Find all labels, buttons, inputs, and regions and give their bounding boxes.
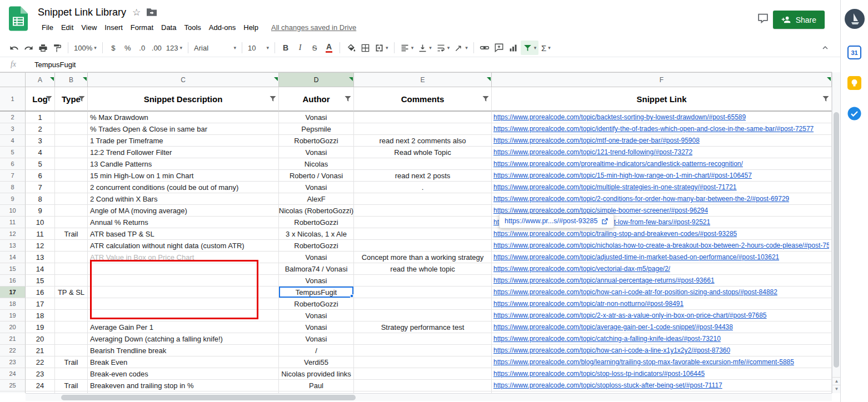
cell-b3[interactable] [55, 123, 88, 135]
cell-e3[interactable] [354, 123, 492, 135]
cell-a20[interactable]: 19 [26, 321, 55, 333]
cell-e2[interactable] [354, 112, 492, 123]
cell-e13[interactable] [354, 240, 492, 252]
row-header-6[interactable]: 6 [0, 158, 26, 170]
column-header-b[interactable]: B [55, 73, 88, 87]
cell-b14[interactable] [55, 252, 88, 263]
cell-b10[interactable] [55, 205, 88, 217]
snippet-link[interactable]: https://www.prorealcode.com/blog/learnin… [493, 358, 794, 366]
row-header-24[interactable]: 24 [0, 368, 26, 380]
paint-format-button[interactable] [50, 41, 64, 55]
cell-e10[interactable] [354, 205, 492, 217]
scroll-up-button[interactable]: ▲ [832, 377, 841, 385]
snippet-link[interactable]: https://www.prorealcode.com/topic/15-min… [493, 172, 752, 179]
cell-c2[interactable]: % Max Drawdown [88, 112, 279, 123]
cell-c10[interactable]: Angle of MA (moving average) [88, 205, 279, 217]
cell-f17[interactable]: https://www.prorealcode.com/topic/how-ca… [492, 287, 832, 298]
scroll-down-button[interactable]: ▼ [832, 385, 841, 393]
comment-history-button[interactable] [757, 12, 769, 26]
cell-e18[interactable] [354, 298, 492, 310]
filter-button[interactable] [78, 96, 85, 102]
cell-d4[interactable]: RobertoGozzi [279, 135, 354, 147]
document-title[interactable]: Snippet Link Library [38, 7, 126, 18]
redo-button[interactable] [21, 41, 36, 55]
cell-a3[interactable]: 2 [26, 123, 55, 135]
collapse-toolbar-button[interactable] [818, 41, 832, 55]
cell-f20[interactable]: https://www.prorealcode.com/topic/averag… [492, 321, 832, 333]
row-header-13[interactable]: 13 [0, 240, 26, 252]
row-header-7[interactable]: 7 [0, 170, 26, 182]
merge-cells-button[interactable]: ▾ [372, 41, 391, 55]
fill-handle[interactable] [350, 294, 353, 298]
select-all-corner[interactable] [0, 73, 26, 87]
vertical-scrollbar[interactable]: ▲ ▼ [832, 72, 840, 393]
cell-e14[interactable]: Concept more than a working strategy [354, 252, 492, 263]
row-header-8[interactable]: 8 [0, 182, 26, 193]
cell-f2[interactable]: https://www.prorealcode.com/topic/backte… [492, 112, 832, 123]
cell-b18[interactable] [55, 298, 88, 310]
cell-f16[interactable]: https://www.prorealcode.com/topic/annual… [492, 275, 832, 287]
column-title-comments[interactable]: Comments [354, 87, 492, 112]
cell-e22[interactable] [354, 345, 492, 356]
row-header-5[interactable]: 5 [0, 147, 26, 158]
cell-e8[interactable]: . [354, 182, 492, 193]
cell-a21[interactable]: 20 [26, 333, 55, 345]
row-header-17[interactable]: 17 [0, 287, 26, 298]
row-header-21[interactable]: 21 [0, 333, 26, 345]
horizontal-scrollbar-thumb[interactable] [61, 395, 356, 400]
snippet-link[interactable]: https://www.prorealcode.com/topic/multip… [493, 183, 737, 191]
star-icon[interactable]: ☆ [132, 8, 141, 17]
cell-d14[interactable]: Vonasi [279, 252, 354, 263]
filter-button[interactable] [270, 96, 276, 102]
row-header-1[interactable]: 1 [0, 87, 26, 112]
cell-c21[interactable]: Averaging Down (catching a falling knife… [88, 333, 279, 345]
cell-d17[interactable]: TempusFugit [279, 287, 354, 298]
menu-edit[interactable]: Edit [57, 22, 77, 33]
cell-c14[interactable]: ATR Value in Box on Price Chart [88, 252, 279, 263]
cell-b11[interactable] [55, 217, 88, 228]
cell-d2[interactable]: Vonasi [279, 112, 354, 123]
cell-f23[interactable]: https://www.prorealcode.com/blog/learnin… [492, 356, 832, 368]
row-header-9[interactable]: 9 [0, 193, 26, 205]
snippet-link[interactable]: https://www.prorealcode.com/topic/atr-no… [493, 300, 684, 308]
font-select[interactable]: Arial▾ [192, 41, 238, 55]
cell-e16[interactable] [354, 275, 492, 287]
cell-a24[interactable]: 23 [26, 368, 55, 380]
cell-a6[interactable]: 5 [26, 158, 55, 170]
saved-status[interactable]: All changes saved in Drive [271, 23, 356, 32]
cell-d11[interactable]: RobertoGozzi [279, 217, 354, 228]
cell-b12[interactable]: Trail [55, 228, 88, 240]
insert-chart-button[interactable] [506, 41, 521, 55]
sheets-logo[interactable] [9, 6, 28, 33]
cell-d10[interactable]: Nicolas (RobertoGozzi) [279, 205, 354, 217]
cell-e19[interactable] [354, 310, 492, 321]
snippet-link[interactable]: https://www.prorealcode.com/topic/simple… [493, 207, 708, 214]
cell-a16[interactable]: 15 [26, 275, 55, 287]
cell-d8[interactable]: Vonasi [279, 182, 354, 193]
italic-button[interactable]: I [293, 41, 307, 55]
cell-d18[interactable]: RobertoGozzi [279, 298, 354, 310]
snippet-link[interactable]: https://www.prorealcode.com/topic/vector… [493, 265, 670, 273]
cell-e6[interactable] [354, 158, 492, 170]
cell-d7[interactable]: Roberto / Vonasi [279, 170, 354, 182]
cell-c16[interactable] [88, 275, 279, 287]
filter-toolbar-button[interactable]: ▾ [521, 41, 539, 55]
snippet-link[interactable]: https://www.prorealcode.com/topic/2-cond… [493, 195, 789, 203]
column-header-f[interactable]: F [492, 73, 832, 87]
more-formats-button[interactable]: 123▾ [164, 41, 184, 55]
cell-b6[interactable] [55, 158, 88, 170]
cell-f9[interactable]: https://www.prorealcode.com/topic/2-cond… [492, 193, 832, 205]
cell-e12[interactable] [354, 228, 492, 240]
cell-a4[interactable]: 3 [26, 135, 55, 147]
row-header-25[interactable]: 25 [0, 380, 26, 391]
menu-data[interactable]: Data [157, 22, 180, 33]
row-header-4[interactable]: 4 [0, 135, 26, 147]
cell-d25[interactable]: Paul [279, 380, 354, 391]
row-header-3[interactable]: 3 [0, 123, 26, 135]
snippet-link[interactable]: https://www.prorealcode.com/topic/mtf-on… [493, 137, 700, 144]
snippet-link[interactable]: https://www.prorealcode.com/topic/nichol… [493, 242, 829, 249]
cell-a11[interactable]: 10 [26, 217, 55, 228]
cell-d22[interactable]: / [279, 345, 354, 356]
cell-e21[interactable] [354, 333, 492, 345]
insert-link-button[interactable] [477, 41, 492, 55]
